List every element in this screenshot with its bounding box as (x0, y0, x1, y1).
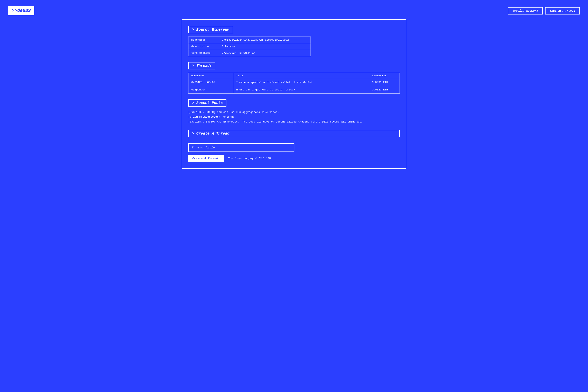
board-section: > Board: Ethereum moderator0xe1333AE27B4… (188, 26, 400, 56)
board-info-table: moderator0xe1333AE27B4A1A8781bD3725fab87… (188, 36, 311, 56)
thread-title: Where can I get WBTC at better price? (233, 86, 369, 94)
threads-section-header: > Threads (188, 62, 216, 70)
table-row[interactable]: 0x391ED...03c80 I made a special anti-fr… (188, 79, 400, 86)
board-field-key: moderator (188, 37, 219, 43)
thread-fee: 0.0020 ETH (369, 86, 400, 94)
board-info-row: time created9/22/2024, 1:42:24 AM (188, 50, 311, 56)
fee-notice: You have to pay 0.001 ETH (228, 157, 271, 160)
board-field-value: 9/22/2024, 1:42:24 AM (219, 50, 311, 56)
create-thread-section: > Create A Thread Create A Thread! You h… (188, 130, 400, 162)
threads-column-header: EARNED FEE (369, 73, 400, 79)
thread-title: I made a special anti-fraud wallet, Pizz… (233, 79, 369, 86)
board-field-value: 0xe1333AE27B4A1A8781bD3725fab870C1091999… (219, 37, 311, 43)
create-thread-header: > Create A Thread (188, 130, 400, 137)
logo[interactable]: >>deBBS (8, 6, 34, 15)
thread-fee: 0.0030 ETH (369, 79, 400, 86)
board-field-value: Ethereum (219, 43, 311, 50)
list-item: [prism-metaverse.eth] Uniswap. (188, 114, 400, 119)
threads-header-row: MODERATORTITLEEARNED FEE (188, 73, 400, 79)
board-info-row: moderator0xe1333AE27B4A1A8781bD3725fab87… (188, 37, 311, 43)
thread-moderator: el3pen.eth (188, 86, 233, 94)
header: >>deBBS Sepolia Network 0xE3FaB...4De11 (8, 6, 580, 15)
board-field-key: description (188, 43, 219, 50)
thread-title-input[interactable] (188, 143, 294, 152)
threads-section: > Threads MODERATORTITLEEARNED FEE 0x391… (188, 62, 400, 94)
threads-table: MODERATORTITLEEARNED FEE 0x391ED...03c80… (188, 73, 400, 94)
recent-posts-header: > Recent Posts (188, 99, 226, 106)
table-row[interactable]: el3pen.eth Where can I get WBTC at bette… (188, 86, 400, 94)
board-info-row: descriptionEthereum (188, 43, 311, 50)
threads-column-header: MODERATOR (188, 73, 233, 79)
list-item: [0x391ED...03c80] Ah, EtherDelta! The go… (188, 120, 400, 124)
network-button[interactable]: Sepolia Network (508, 7, 543, 14)
threads-column-header: TITLE (233, 73, 369, 79)
create-thread-button[interactable]: Create A Thread! (188, 155, 224, 162)
board-section-header: > Board: Ethereum (188, 26, 233, 33)
list-item: [0x391ED...03c80] You can use DEX aggreg… (188, 110, 400, 114)
recent-posts-section: > Recent Posts [0x391ED...03c80] You can… (188, 99, 400, 124)
thread-moderator: 0x391ED...03c80 (188, 79, 233, 86)
header-right: Sepolia Network 0xE3FaB...4De11 (508, 7, 580, 14)
wallet-button[interactable]: 0xE3FaB...4De11 (545, 7, 580, 14)
create-row: Create A Thread! You have to pay 0.001 E… (188, 155, 400, 162)
recent-posts-container: [0x391ED...03c80] You can use DEX aggreg… (188, 110, 400, 124)
board-field-key: time created (188, 50, 219, 56)
main-container: > Board: Ethereum moderator0xe1333AE27B4… (182, 20, 406, 169)
